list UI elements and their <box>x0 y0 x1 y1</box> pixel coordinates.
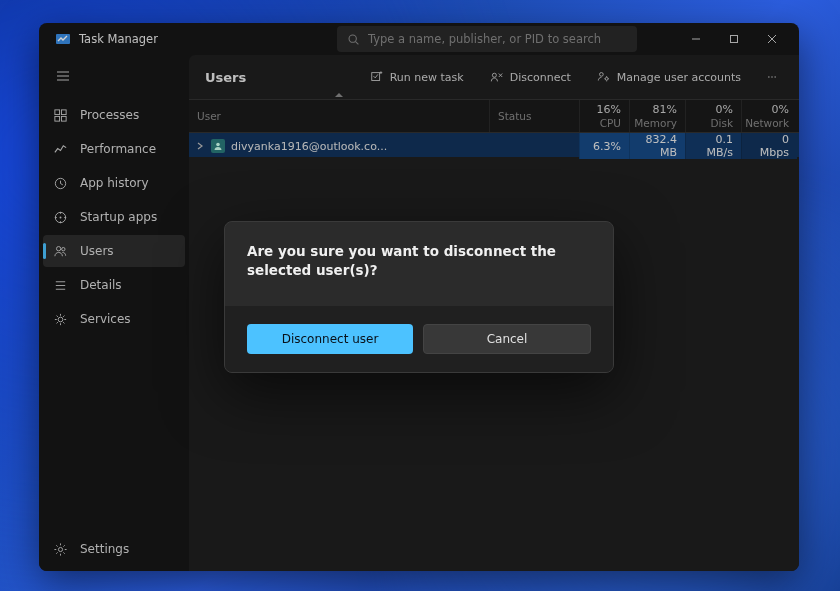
confirm-dialog: Are you sure you want to disconnect the … <box>224 221 614 373</box>
dialog-title: Are you sure you want to disconnect the … <box>247 242 591 280</box>
cancel-button[interactable]: Cancel <box>423 324 591 354</box>
disconnect-user-button[interactable]: Disconnect user <box>247 324 413 354</box>
task-manager-window: Task Manager P <box>39 23 799 571</box>
dialog-backdrop: Are you sure you want to disconnect the … <box>39 23 799 571</box>
